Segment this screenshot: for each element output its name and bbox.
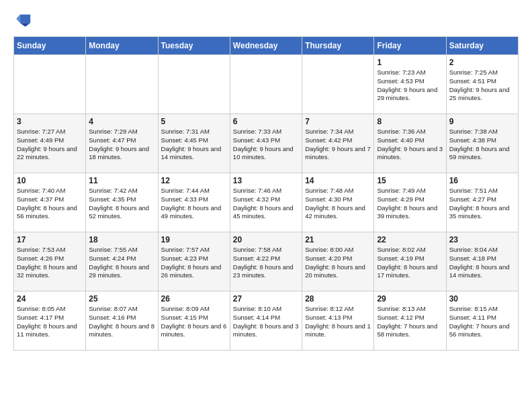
calendar-cell: 12Sunrise: 7:44 AMSunset: 4:33 PMDayligh… <box>158 173 230 232</box>
day-info: Sunrise: 8:15 AMSunset: 4:11 PMDaylight:… <box>449 305 515 339</box>
calendar-cell: 13Sunrise: 7:46 AMSunset: 4:32 PMDayligh… <box>230 173 302 232</box>
day-info: Sunrise: 7:23 AMSunset: 4:53 PMDaylight:… <box>377 68 443 103</box>
page: SundayMondayTuesdayWednesdayThursdayFrid… <box>0 0 532 357</box>
calendar-cell: 22Sunrise: 8:02 AMSunset: 4:19 PMDayligh… <box>374 232 446 291</box>
calendar-cell: 2Sunrise: 7:25 AMSunset: 4:51 PMDaylight… <box>446 55 518 114</box>
calendar-cell <box>158 55 230 114</box>
col-header-tuesday: Tuesday <box>158 37 230 55</box>
calendar-cell: 16Sunrise: 7:51 AMSunset: 4:27 PMDayligh… <box>446 173 518 232</box>
col-header-saturday: Saturday <box>446 37 518 55</box>
calendar-week-2: 10Sunrise: 7:40 AMSunset: 4:37 PMDayligh… <box>14 173 519 232</box>
calendar-cell: 5Sunrise: 7:31 AMSunset: 4:45 PMDaylight… <box>158 114 230 173</box>
calendar-cell <box>86 55 158 114</box>
day-info: Sunrise: 7:33 AMSunset: 4:43 PMDaylight:… <box>233 128 299 162</box>
day-number: 12 <box>161 176 227 185</box>
svg-marker-2 <box>16 15 20 24</box>
calendar-cell: 1Sunrise: 7:23 AMSunset: 4:53 PMDaylight… <box>374 55 446 114</box>
day-number: 20 <box>233 235 299 244</box>
day-number: 11 <box>89 176 154 185</box>
day-info: Sunrise: 7:44 AMSunset: 4:33 PMDaylight:… <box>161 187 227 221</box>
day-info: Sunrise: 7:48 AMSunset: 4:30 PMDaylight:… <box>305 187 371 221</box>
calendar-cell: 27Sunrise: 8:10 AMSunset: 4:14 PMDayligh… <box>230 291 302 351</box>
calendar-cell <box>302 55 374 114</box>
day-number: 24 <box>17 294 83 304</box>
day-number: 8 <box>377 117 443 126</box>
day-number: 23 <box>449 235 515 244</box>
day-info: Sunrise: 8:00 AMSunset: 4:20 PMDaylight:… <box>305 246 371 280</box>
day-number: 18 <box>89 235 154 244</box>
day-info: Sunrise: 7:53 AMSunset: 4:26 PMDaylight:… <box>17 246 83 280</box>
day-info: Sunrise: 7:29 AMSunset: 4:47 PMDaylight:… <box>89 128 154 162</box>
calendar-cell: 29Sunrise: 8:13 AMSunset: 4:12 PMDayligh… <box>374 291 446 351</box>
calendar-cell: 7Sunrise: 7:34 AMSunset: 4:42 PMDaylight… <box>302 114 374 173</box>
calendar-cell: 21Sunrise: 8:00 AMSunset: 4:20 PMDayligh… <box>302 232 374 291</box>
day-info: Sunrise: 7:38 AMSunset: 4:38 PMDaylight:… <box>449 128 515 162</box>
col-header-sunday: Sunday <box>14 37 86 55</box>
calendar-cell: 4Sunrise: 7:29 AMSunset: 4:47 PMDaylight… <box>86 114 158 173</box>
calendar-cell: 15Sunrise: 7:49 AMSunset: 4:29 PMDayligh… <box>374 173 446 232</box>
day-number: 29 <box>377 294 443 304</box>
day-info: Sunrise: 8:10 AMSunset: 4:14 PMDaylight:… <box>233 305 299 339</box>
day-info: Sunrise: 7:31 AMSunset: 4:45 PMDaylight:… <box>161 128 227 162</box>
day-number: 21 <box>305 235 371 244</box>
calendar-cell: 9Sunrise: 7:38 AMSunset: 4:38 PMDaylight… <box>446 114 518 173</box>
day-number: 14 <box>305 176 371 185</box>
col-header-thursday: Thursday <box>302 37 374 55</box>
logo <box>13 11 35 30</box>
svg-marker-1 <box>20 23 30 27</box>
day-number: 3 <box>17 117 83 126</box>
calendar-cell: 14Sunrise: 7:48 AMSunset: 4:30 PMDayligh… <box>302 173 374 232</box>
day-info: Sunrise: 7:25 AMSunset: 4:51 PMDaylight:… <box>449 68 515 103</box>
calendar-cell <box>230 55 302 114</box>
calendar-cell: 24Sunrise: 8:05 AMSunset: 4:17 PMDayligh… <box>14 291 86 351</box>
day-info: Sunrise: 8:09 AMSunset: 4:15 PMDaylight:… <box>161 305 227 339</box>
day-info: Sunrise: 7:58 AMSunset: 4:22 PMDaylight:… <box>233 246 299 280</box>
col-header-monday: Monday <box>86 37 158 55</box>
day-number: 28 <box>305 294 371 304</box>
day-info: Sunrise: 7:46 AMSunset: 4:32 PMDaylight:… <box>233 187 299 221</box>
day-number: 30 <box>449 294 515 304</box>
day-info: Sunrise: 7:57 AMSunset: 4:23 PMDaylight:… <box>161 246 227 280</box>
day-number: 2 <box>449 58 515 67</box>
calendar-cell: 30Sunrise: 8:15 AMSunset: 4:11 PMDayligh… <box>446 291 518 351</box>
col-header-wednesday: Wednesday <box>230 37 302 55</box>
day-info: Sunrise: 7:36 AMSunset: 4:40 PMDaylight:… <box>377 128 443 162</box>
day-number: 1 <box>377 58 443 67</box>
calendar-cell: 28Sunrise: 8:12 AMSunset: 4:13 PMDayligh… <box>302 291 374 351</box>
day-info: Sunrise: 8:13 AMSunset: 4:12 PMDaylight:… <box>377 305 443 339</box>
day-number: 26 <box>161 294 227 304</box>
day-number: 13 <box>233 176 299 185</box>
day-info: Sunrise: 7:27 AMSunset: 4:49 PMDaylight:… <box>17 128 83 162</box>
header <box>13 11 519 30</box>
calendar-table: SundayMondayTuesdayWednesdayThursdayFrid… <box>13 36 519 351</box>
svg-marker-0 <box>20 15 30 24</box>
day-info: Sunrise: 7:40 AMSunset: 4:37 PMDaylight:… <box>17 187 83 221</box>
day-info: Sunrise: 8:04 AMSunset: 4:18 PMDaylight:… <box>449 246 515 280</box>
day-number: 19 <box>161 235 227 244</box>
day-info: Sunrise: 8:12 AMSunset: 4:13 PMDaylight:… <box>305 305 371 339</box>
day-number: 9 <box>449 117 515 126</box>
day-info: Sunrise: 8:07 AMSunset: 4:16 PMDaylight:… <box>89 305 154 339</box>
calendar-cell: 23Sunrise: 8:04 AMSunset: 4:18 PMDayligh… <box>446 232 518 291</box>
calendar-cell: 17Sunrise: 7:53 AMSunset: 4:26 PMDayligh… <box>14 232 86 291</box>
calendar-cell: 10Sunrise: 7:40 AMSunset: 4:37 PMDayligh… <box>14 173 86 232</box>
day-info: Sunrise: 7:42 AMSunset: 4:35 PMDaylight:… <box>89 187 154 221</box>
day-info: Sunrise: 7:49 AMSunset: 4:29 PMDaylight:… <box>377 187 443 221</box>
logo-icon <box>13 11 32 30</box>
calendar-week-0: 1Sunrise: 7:23 AMSunset: 4:53 PMDaylight… <box>14 55 519 114</box>
col-header-friday: Friday <box>374 37 446 55</box>
day-number: 17 <box>17 235 83 244</box>
calendar-cell: 25Sunrise: 8:07 AMSunset: 4:16 PMDayligh… <box>86 291 158 351</box>
day-number: 22 <box>377 235 443 244</box>
day-number: 6 <box>233 117 299 126</box>
day-number: 27 <box>233 294 299 304</box>
day-number: 5 <box>161 117 227 126</box>
calendar-cell: 6Sunrise: 7:33 AMSunset: 4:43 PMDaylight… <box>230 114 302 173</box>
calendar-cell: 18Sunrise: 7:55 AMSunset: 4:24 PMDayligh… <box>86 232 158 291</box>
day-number: 7 <box>305 117 371 126</box>
day-number: 15 <box>377 176 443 185</box>
day-number: 16 <box>449 176 515 185</box>
day-info: Sunrise: 7:51 AMSunset: 4:27 PMDaylight:… <box>449 187 515 221</box>
day-info: Sunrise: 8:02 AMSunset: 4:19 PMDaylight:… <box>377 246 443 280</box>
calendar-cell: 11Sunrise: 7:42 AMSunset: 4:35 PMDayligh… <box>86 173 158 232</box>
